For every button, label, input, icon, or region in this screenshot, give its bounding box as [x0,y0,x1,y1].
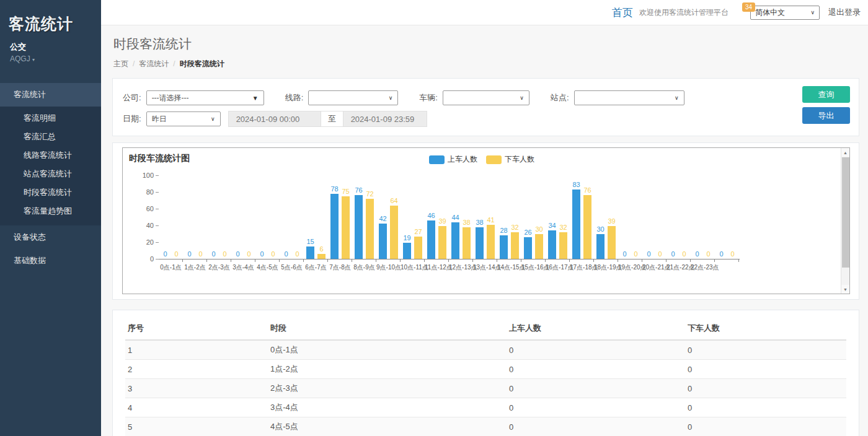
bar-value-label: 78 [330,185,338,193]
breadcrumb-item[interactable]: 客流统计 [139,59,169,68]
scroll-down-icon[interactable]: ▼ [841,285,849,294]
y-axis-tick: 60 [129,205,159,212]
bar-group: 3039 [594,175,618,259]
table-cell: 1 [125,340,268,360]
vehicle-select[interactable]: ∨ [443,90,529,105]
bar-wrapper[interactable]: 44 [451,222,459,259]
date-start-input[interactable]: 2024-01-09 00:00 [228,111,321,127]
table-header-cell: 下车人数 [685,316,846,340]
bar [500,235,508,259]
bar-wrapper[interactable]: 19 [403,243,411,259]
x-axis-category-label: 14点-15点 [497,263,521,272]
bar [379,224,387,259]
date-end-input[interactable]: 2024-01-09 23:59 [343,111,427,127]
bar [330,194,339,259]
station-select[interactable]: ∨ [574,90,684,105]
breadcrumb: 主页/客流统计/时段客流统计 [113,59,858,69]
sidebar-subitem[interactable]: 站点客流统计 [0,165,101,183]
home-link[interactable]: 首页 [612,6,633,20]
bar-group: 7875 [328,175,352,259]
bar-wrapper[interactable]: 28 [500,235,508,259]
sidebar-item[interactable]: 基础数据 [0,249,101,272]
company-select-value: ---请选择--- [152,93,189,103]
bar-wrapper[interactable]: 41 [487,225,495,259]
scroll-up-icon[interactable]: ▲ [841,148,849,157]
sidebar-item-passenger-stats[interactable]: 客流统计 [0,83,101,107]
date-preset-select[interactable]: 昨日 ∨ [146,111,221,126]
x-axis-category-label: 11点-12点 [425,263,449,272]
legend-item[interactable]: 下车人数 [486,154,534,165]
x-axis-category-label: 17点-18点 [570,263,594,272]
x-axis-category-label: 15点-16点 [521,263,546,272]
bar-wrapper[interactable]: 32 [559,232,567,259]
sidebar-subitem[interactable]: 客流量趋势图 [0,202,101,220]
bar-wrapper[interactable]: 64 [390,206,398,259]
bar-wrapper[interactable]: 15 [306,246,314,259]
bar-wrapper[interactable]: 26 [524,237,532,259]
query-button[interactable]: 查询 [802,86,850,103]
bar-wrapper[interactable]: 83 [572,190,580,259]
bar-value-label: 0 [295,250,299,258]
bar-wrapper[interactable]: 78 [330,194,339,259]
table-row: 54点-5点00 [125,417,846,436]
bar [511,232,519,259]
y-axis-tick: 100 [129,172,159,179]
bar-wrapper[interactable]: 72 [366,199,374,259]
y-axis-tick-label: 20 [146,238,154,246]
bar-value-label: 0 [658,250,662,258]
x-axis-category-label: 7点-8点 [328,263,352,272]
scrollbar-thumb[interactable] [842,157,849,268]
line-select[interactable]: ∨ [308,90,398,105]
sidebar-subitem[interactable]: 客流汇总 [0,128,101,146]
bar-wrapper[interactable]: 42 [379,224,387,259]
sidebar-sections: 设备状态基础数据 [0,225,101,272]
legend-swatch-icon [429,155,445,164]
bar-value-label: 34 [548,222,556,229]
x-axis-category-label: 3点-4点 [231,263,255,272]
bar [524,237,532,259]
bar-wrapper[interactable]: 34 [548,230,556,259]
org-name: 公交 [10,41,92,53]
bar-wrapper[interactable]: 39 [608,226,616,259]
logout-link[interactable]: 退出登录 [828,7,861,18]
company-select[interactable]: ---请选择--- ▼ [146,90,264,105]
bar-wrapper[interactable]: 27 [414,237,422,259]
x-axis-category-label: 4点-5点 [255,263,280,272]
user-menu[interactable]: AQGJ ▾ [10,54,92,63]
legend-item[interactable]: 上车人数 [429,154,477,165]
table-row: 10点-1点00 [125,340,846,360]
x-axis-category-label: 8点-9点 [352,263,376,272]
date-preset-value: 昨日 [152,114,167,124]
sidebar-item[interactable]: 设备状态 [0,225,101,249]
bar-group: 3841 [473,175,497,259]
bar-wrapper[interactable]: 76 [583,195,591,259]
bar-value-label: 15 [306,238,314,245]
bar-wrapper[interactable]: 38 [476,227,484,259]
bar-value-label: 41 [487,216,494,224]
bar-wrapper[interactable]: 76 [355,195,363,259]
bar-wrapper[interactable]: 46 [427,220,435,259]
bar-wrapper[interactable]: 39 [438,226,446,259]
bar-wrapper[interactable]: 75 [342,196,350,259]
sidebar-subitem[interactable]: 客流明细 [0,109,101,128]
chevron-down-icon: ∨ [675,95,679,101]
notification-badge: 34 [742,2,755,12]
plot-area: 0000000000001567875767242641927463944383… [159,175,740,272]
bar-wrapper[interactable]: 30 [596,234,604,259]
export-button[interactable]: 导出 [802,107,850,124]
breadcrumb-item[interactable]: 主页 [113,59,128,68]
chart-title: 时段车流统计图 [129,153,190,164]
bar [548,230,556,259]
sidebar-subitem[interactable]: 线路客流统计 [0,146,101,165]
sidebar-subitem[interactable]: 时段客流统计 [0,183,101,202]
bar-wrapper[interactable]: 38 [463,227,471,259]
x-axis-category-label: 20点-21点 [642,263,666,272]
chart-scrollbar[interactable]: ▲ ▼ [841,148,849,294]
language-select[interactable]: 简体中文 ∨ [750,6,820,20]
bar-group: 00 [618,175,642,259]
bar-wrapper[interactable]: 32 [511,232,519,259]
bar-wrapper[interactable]: 30 [535,234,543,259]
breadcrumb-item: 时段客流统计 [180,59,224,68]
bar-wrapper[interactable]: 6 [317,254,326,259]
profile-block: 公交 AQGJ ▾ [0,34,101,66]
